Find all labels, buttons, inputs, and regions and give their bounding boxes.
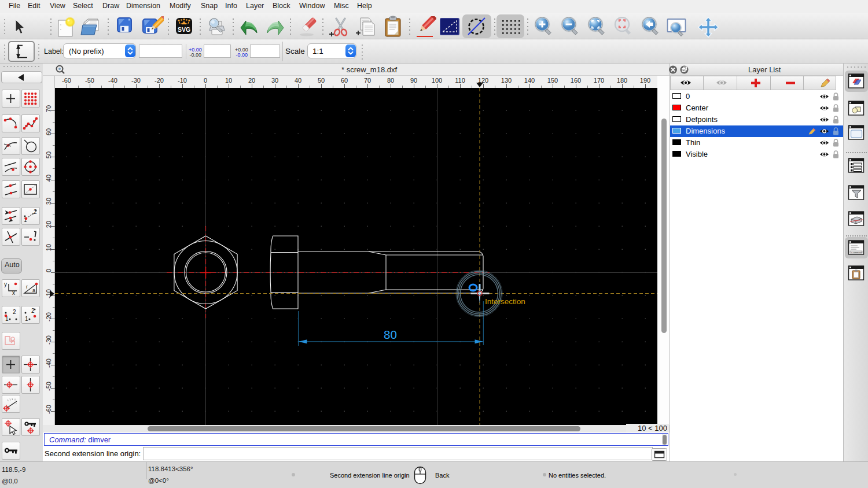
svg-text:c command: c command	[851, 252, 862, 254]
svg-text:a: a	[32, 287, 35, 293]
svg-text:2: 2	[31, 308, 35, 314]
svg-text:Intersection: Intersection	[485, 297, 525, 306]
svg-text:2: 2	[13, 309, 16, 315]
svg-text:80: 80	[384, 328, 397, 341]
svg-text:SVG: SVG	[178, 26, 190, 33]
svg-text:2: 2	[34, 209, 37, 215]
svg-text:r: r	[26, 284, 28, 290]
svg-text:y: y	[4, 281, 7, 287]
svg-text:1: 1	[25, 316, 28, 322]
